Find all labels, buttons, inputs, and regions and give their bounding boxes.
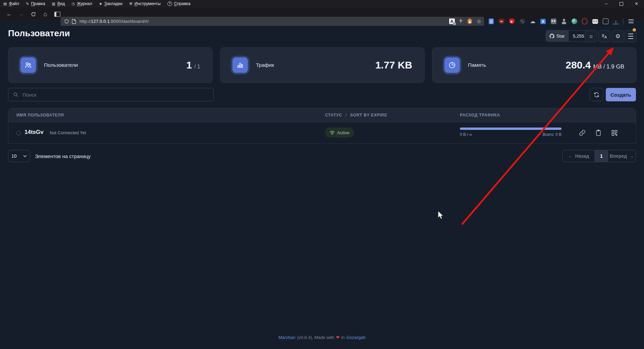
window-controls: ─ ✕ <box>599 0 644 7</box>
ring-extension-icon[interactable] <box>582 18 588 24</box>
chevron-down-icon <box>23 155 27 157</box>
clipboard-icon[interactable] <box>595 130 601 136</box>
menu-history[interactable]: ◷Журнал <box>68 0 96 7</box>
puzzle-extension-icon[interactable] <box>602 18 608 24</box>
menu-edit[interactable]: ✎Правка <box>22 0 48 7</box>
traffic-total: Всего: 0 B <box>543 132 561 137</box>
create-user-button[interactable]: Создать <box>606 88 636 101</box>
header-divider: / <box>345 113 347 117</box>
user-agent-extension-icon[interactable] <box>561 18 567 24</box>
per-page-select[interactable]: 10 <box>8 150 30 162</box>
card-suffix: / 1 <box>194 64 200 70</box>
gozargah-link[interactable]: Gozargah <box>346 335 366 340</box>
back-button[interactable]: ← <box>5 10 13 18</box>
forward-button[interactable]: → <box>17 10 25 18</box>
footer: Marzban (v0.8.4), Made with ❤ in Gozarga… <box>0 335 644 340</box>
toolbar-separator <box>623 18 624 24</box>
traffic-usage: 0 B / ∞ <box>460 132 472 137</box>
bookmark-star-icon[interactable]: ☆ <box>477 18 481 24</box>
sidebar-button[interactable] <box>53 10 62 18</box>
cookie-extension-icon[interactable] <box>519 18 525 24</box>
robot-extension-icon[interactable] <box>592 18 598 24</box>
close-button[interactable]: ✕ <box>629 0 644 7</box>
theme-toggle-button[interactable]: ☼ <box>585 30 597 42</box>
github-star-button[interactable]: Star 5,255 <box>546 30 589 42</box>
pagination: ←Назад 1 Вперед→ <box>562 150 636 162</box>
card-label: Память <box>468 62 486 68</box>
view-icon: ▥ <box>52 2 55 6</box>
next-page-button[interactable]: Вперед→ <box>608 150 636 162</box>
header-status-sort[interactable]: СТАТУС / SORT BY EXPIRE <box>325 108 387 122</box>
sun-icon: ☼ <box>588 33 594 40</box>
tools-icon: ⚒ <box>129 2 132 6</box>
video-block-extension-icon[interactable]: ▶ <box>509 18 515 24</box>
url-bar[interactable]: http://127.0.0.1:8000/dashboard/#/ A ☆ <box>61 17 484 26</box>
file-icon: ▤ <box>3 2 7 6</box>
reload-button[interactable] <box>29 10 38 18</box>
extension-icons: UD ▶ ☁ A ↓ <box>488 17 634 26</box>
left-arrow-icon: ← <box>568 153 573 159</box>
heart-icon: ❤ <box>336 335 340 340</box>
star-icon: ★ <box>99 2 102 6</box>
menu-bookmarks[interactable]: ★Закладки <box>96 0 126 7</box>
header-traffic[interactable]: РАСХОД ТРАФИКА <box>460 108 500 122</box>
dashboard-menu-button[interactable] <box>625 30 637 42</box>
qr-code-icon[interactable] <box>611 130 618 136</box>
help-icon: ? <box>167 1 172 6</box>
card-label: Трафик <box>256 62 274 68</box>
traffic-progress-bar <box>460 128 561 130</box>
translate-extension-icon[interactable]: A <box>540 18 546 24</box>
menu-tools[interactable]: ⚒Инструменты <box>126 0 164 7</box>
copy-link-icon[interactable] <box>579 130 586 136</box>
pie-chart-icon <box>444 57 460 73</box>
page-info-icon <box>72 19 76 24</box>
minimize-button[interactable]: ─ <box>599 0 614 7</box>
search-icon <box>13 92 18 97</box>
notes-extension-icon[interactable] <box>488 18 494 24</box>
traffic-stat-card: Трафик 1.77 KB <box>220 47 425 83</box>
status-badge: Active <box>325 128 354 138</box>
gear-icon: ⚙ <box>615 33 620 40</box>
table-row[interactable]: 14tsGv Not Connected Yet Active 0 B / ∞ … <box>8 122 636 143</box>
home-colored-icon[interactable] <box>467 18 473 24</box>
current-page-button[interactable]: 1 <box>595 150 608 162</box>
sidebar-icon <box>54 12 60 17</box>
lightning-icon[interactable] <box>459 18 463 24</box>
header-username[interactable]: ИМЯ ПОЛЬЗОВАТЕЛЯ <box>16 108 64 122</box>
url-text: http://127.0.0.1:8000/dashboard/#/ <box>79 19 149 24</box>
restore-button[interactable] <box>614 0 629 7</box>
browser-toolbar: ← → ⌂ http://127.0.0.1:8000/dashboard/#/… <box>0 7 644 20</box>
language-button[interactable] <box>598 30 610 42</box>
per-page-label: Элементов на страницу <box>35 150 91 162</box>
globe-extension-icon[interactable] <box>571 18 577 24</box>
refresh-button[interactable] <box>590 88 603 101</box>
clock-icon: ◷ <box>72 2 75 6</box>
settings-button[interactable]: ⚙ <box>612 30 624 42</box>
browser-menu-icon[interactable] <box>628 18 634 24</box>
marzban-link[interactable]: Marzban <box>278 335 296 340</box>
translate-icon[interactable]: A <box>449 18 455 24</box>
shield-icon <box>64 19 69 24</box>
cloud-extension-icon[interactable]: ☁ <box>530 18 536 24</box>
screen: ▤Файл ✎Правка ▥Вид ◷Журнал ★Закладки ⚒Ин… <box>0 0 644 349</box>
ublock-extension-icon[interactable]: UD <box>498 18 504 24</box>
monkey-extension-icon[interactable] <box>550 18 556 24</box>
home-button[interactable]: ⌂ <box>41 10 50 18</box>
menu-view[interactable]: ▥Вид <box>49 0 68 7</box>
prev-page-button[interactable]: ←Назад <box>562 150 595 162</box>
card-value: 280.4 <box>566 59 591 71</box>
reload-icon <box>31 12 36 17</box>
menu-file[interactable]: ▤Файл <box>0 0 22 7</box>
notification-dot <box>633 28 636 32</box>
card-value: 1 <box>186 59 192 71</box>
users-table: ИМЯ ПОЛЬЗОВАТЕЛЯ СТАТУС / SORT BY EXPIRE… <box>8 108 636 144</box>
online-status-circle[interactable] <box>16 131 21 135</box>
search-input[interactable] <box>22 92 213 98</box>
mouse-cursor <box>437 211 445 219</box>
menu-help[interactable]: ?Справка <box>164 0 194 7</box>
downloads-icon[interactable]: ↓ <box>613 19 619 24</box>
username: 14tsGv <box>24 129 44 136</box>
card-value: 1.77 KB <box>375 59 412 71</box>
users-icon <box>20 57 36 73</box>
connection-note: Not Connected Yet <box>50 130 86 135</box>
